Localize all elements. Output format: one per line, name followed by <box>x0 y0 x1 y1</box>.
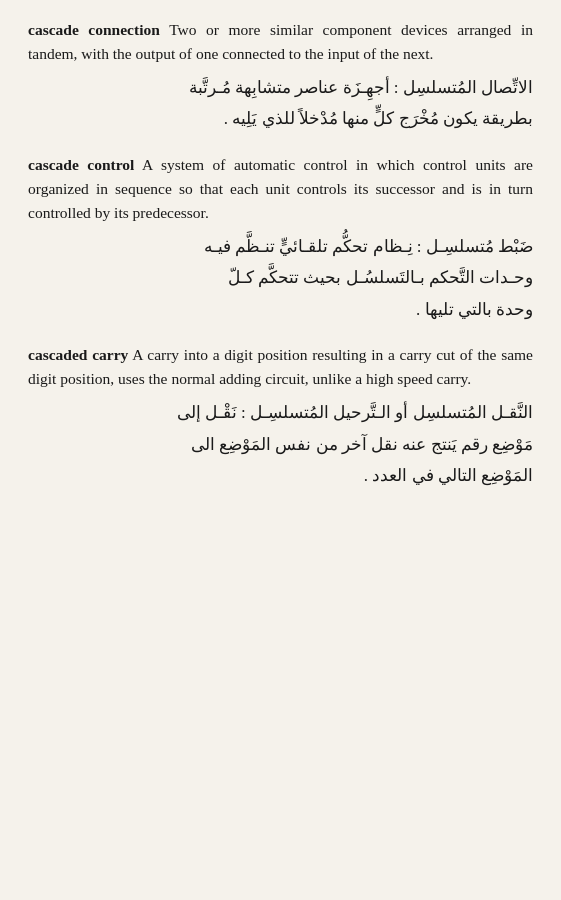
arabic-line-1-cascade-connection: الاتِّصال المُتسلسِل : أجهِـزَة عناصر مت… <box>28 72 533 103</box>
arabic-cascade-control: ضَبْط مُتسلسِـل : نِـظام تحكُّم تلقـائيٍ… <box>28 231 533 325</box>
arabic-line-2-cascade-control: وحـدات التَّحكم بـالتَسلسُـل بحيث تتحكَّ… <box>28 262 533 293</box>
entry-cascade-connection: cascade connection Two or more similar c… <box>28 18 533 135</box>
dictionary-page: cascade connection Two or more similar c… <box>28 18 533 492</box>
entry-cascaded-carry: cascaded carry A carry into a digit posi… <box>28 343 533 491</box>
arabic-cascade-connection: الاتِّصال المُتسلسِل : أجهِـزَة عناصر مت… <box>28 72 533 135</box>
arabic-cascaded-carry: النَّقـل المُتسلسِل أو الـتَّرحيل المُتس… <box>28 397 533 491</box>
arabic-line-1-cascaded-carry: النَّقـل المُتسلسِل أو الـتَّرحيل المُتس… <box>28 397 533 428</box>
entry-en-cascaded-carry: cascaded carry A carry into a digit posi… <box>28 343 533 391</box>
entry-en-cascade-connection: cascade connection Two or more similar c… <box>28 18 533 66</box>
term-cascaded-carry: cascaded carry <box>28 346 128 363</box>
term-cascade-connection: cascade connection <box>28 21 160 38</box>
term-cascade-control: cascade control <box>28 156 134 173</box>
entry-cascade-control: cascade control A system of automatic co… <box>28 153 533 325</box>
arabic-line-2-cascaded-carry: مَوْضِع رقم يَنتج عنه نقل آخر من نفس الم… <box>28 429 533 460</box>
entry-en-cascade-control: cascade control A system of automatic co… <box>28 153 533 225</box>
arabic-line-2-cascade-connection: بطريقة يكون مُخْرَج كلٍّ منها مُدْخلاً ل… <box>28 103 533 134</box>
arabic-line-3-cascade-control: وحدة بالتي تليها . <box>28 294 533 325</box>
arabic-line-3-cascaded-carry: المَوْضِع التالي في العدد . <box>28 460 533 491</box>
arabic-line-1-cascade-control: ضَبْط مُتسلسِـل : نِـظام تحكُّم تلقـائيٍ… <box>28 231 533 262</box>
